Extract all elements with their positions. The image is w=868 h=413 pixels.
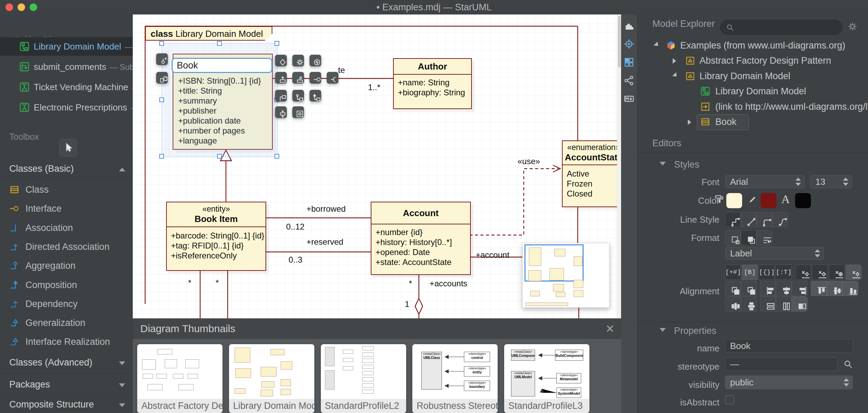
tree-item-library-domain-model[interactable]: Library Domain Model <box>637 68 868 84</box>
expand-icon[interactable] <box>673 58 676 64</box>
name-input[interactable]: Book <box>725 339 853 353</box>
sm-w-button[interactable] <box>776 296 792 311</box>
stepper-icon[interactable] <box>795 178 801 186</box>
toolbox-item-interface-realization[interactable]: Interface Realization <box>0 333 133 350</box>
selection-handle[interactable] <box>217 41 222 46</box>
connect-class-icon[interactable] <box>275 90 287 102</box>
collapse-icon[interactable] <box>672 72 679 78</box>
toolbox-section-header[interactable]: Packages <box>0 379 133 391</box>
working-diagram-item[interactable]: Electronic Prescriptions— E <box>0 98 133 117</box>
stepper-icon[interactable] <box>844 378 849 386</box>
note-link-icon[interactable] <box>156 72 168 84</box>
sm-s-button[interactable] <box>792 296 807 311</box>
al-r-button[interactable] <box>792 281 807 296</box>
tree-item-library-domain-model[interactable]: Library Domain Model <box>637 84 868 99</box>
toolbox-item-interface[interactable]: Interface <box>0 200 133 217</box>
selection-handle[interactable] <box>159 97 164 102</box>
di-v-button[interactable] <box>741 296 757 311</box>
al-b-button[interactable] <box>843 281 858 296</box>
toolbox-item-composition[interactable]: Composition <box>0 276 133 294</box>
z-back-button[interactable] <box>725 281 741 296</box>
box-up-icon[interactable] <box>275 72 287 84</box>
expand-icon[interactable] <box>119 383 125 387</box>
toolbox-section-header[interactable]: Classes (Advanced) <box>0 357 133 369</box>
expand-icon[interactable] <box>119 361 125 365</box>
hide-gear-button[interactable] <box>812 265 828 280</box>
al-l-button[interactable] <box>760 281 776 296</box>
connect-composition-icon[interactable] <box>310 90 321 102</box>
toolbox-section-header[interactable]: Composite Structure <box>0 399 133 411</box>
fmt-rect-button[interactable] <box>725 230 741 245</box>
minimap[interactable] <box>522 243 609 308</box>
font-size-select[interactable]: 13 <box>810 175 852 188</box>
ls-curve-button[interactable] <box>772 212 788 227</box>
z-front-button[interactable] <box>741 281 757 296</box>
font-color-swatch[interactable] <box>795 193 811 208</box>
sm-h-button[interactable] <box>760 296 776 311</box>
class-account[interactable]: Account +number {id}+history: History[0.… <box>371 202 471 275</box>
collapse-icon[interactable] <box>654 42 660 48</box>
toolbox-item-class[interactable]: Class <box>0 181 133 198</box>
tree-item-examples-from-www-uml-diagrams[interactable]: Examples (from www.uml-diagrams.org) <box>637 38 868 53</box>
selection-handle[interactable] <box>217 154 222 159</box>
ls-rect-button[interactable] <box>725 212 741 227</box>
connect-aggregation-icon[interactable] <box>292 90 304 102</box>
selection-handle[interactable] <box>159 154 164 159</box>
fmt-wrap-button[interactable] <box>757 230 772 245</box>
thumbnail-card[interactable]: «metaClass»UMLClass«stereotype»control«s… <box>412 344 498 413</box>
thumbnail-card[interactable]: «metaClass»UMLComponent«metaClass»UMLMod… <box>504 344 589 413</box>
pin-icon[interactable] <box>292 72 304 84</box>
fmt-fill-button[interactable] <box>741 230 757 245</box>
selection-handle[interactable] <box>274 41 279 46</box>
di-h-button[interactable] <box>725 296 741 311</box>
extensions-icon[interactable] <box>624 21 634 31</box>
working-diagram-item[interactable]: Ticket Vending Machine— T <box>0 78 133 96</box>
gear-icon[interactable] <box>292 55 304 66</box>
toolbox-section-header[interactable]: Classes (Basic) <box>0 163 133 175</box>
crosshair-icon[interactable] <box>624 39 634 49</box>
share-icon[interactable] <box>624 75 634 86</box>
label-select[interactable]: Label <box>725 247 824 260</box>
stereotype-search-icon[interactable] <box>843 359 853 369</box>
provided-interface-icon[interactable] <box>310 72 321 84</box>
visibility-select[interactable]: public <box>725 375 853 389</box>
class-name-edit-field[interactable] <box>172 58 272 73</box>
thumbnail-card[interactable]: Abstract Factory Design Pattern <box>137 344 223 413</box>
ls-obl-button[interactable] <box>741 212 757 227</box>
hide-di-button[interactable] <box>846 265 861 280</box>
add-port-icon[interactable] <box>156 53 168 65</box>
expand-icon[interactable] <box>688 119 691 125</box>
glyph-button[interactable]: [+#] <box>725 265 741 280</box>
tree-item-abstract-factory-design-patter[interactable]: Abstract Factory Design Pattern <box>637 53 868 68</box>
styles-collapse-arrow[interactable] <box>660 162 666 166</box>
diagram-canvas[interactable]: class Library Domain Model +ISBN: String… <box>133 14 621 413</box>
fill-color-swatch[interactable] <box>726 193 742 208</box>
stereotype-input[interactable]: — <box>725 357 838 371</box>
line-color-swatch[interactable] <box>761 193 777 208</box>
ls-round-button[interactable] <box>757 212 772 227</box>
thumbnail-card[interactable]: Library Domain Model <box>229 344 314 413</box>
expand-icon[interactable] <box>119 403 125 407</box>
gear-icon[interactable] <box>847 21 858 32</box>
resize-icon[interactable] <box>275 106 287 118</box>
properties-collapse-arrow[interactable] <box>660 328 666 332</box>
hide-circ-button[interactable] <box>829 265 845 280</box>
al-m-button[interactable] <box>827 281 843 296</box>
stepper-icon[interactable] <box>815 249 820 257</box>
stepper-icon[interactable] <box>843 178 848 186</box>
frame-icon[interactable] <box>292 106 304 118</box>
thumbnails-icon[interactable] <box>624 57 634 67</box>
toolbox-item-generalization[interactable]: Generalization <box>0 314 133 331</box>
glyph-button[interactable]: [B] <box>742 265 758 280</box>
tree-item-book[interactable]: Book <box>637 114 868 129</box>
selection-handle[interactable] <box>159 41 164 46</box>
isabstract-checkbox[interactable] <box>725 395 734 404</box>
search-input[interactable] <box>720 20 843 35</box>
close-icon[interactable]: × <box>606 320 614 337</box>
font-family-select[interactable]: Arial <box>725 175 805 188</box>
toolbox-item-association[interactable]: Association <box>0 219 133 236</box>
glyph-button[interactable]: [{}] <box>759 265 774 280</box>
toolbox-item-directed-association[interactable]: Directed Association <box>0 238 133 255</box>
glyph-button[interactable]: [:T] <box>775 265 791 280</box>
class-author[interactable]: Author +name: String+biography: String <box>393 58 472 109</box>
